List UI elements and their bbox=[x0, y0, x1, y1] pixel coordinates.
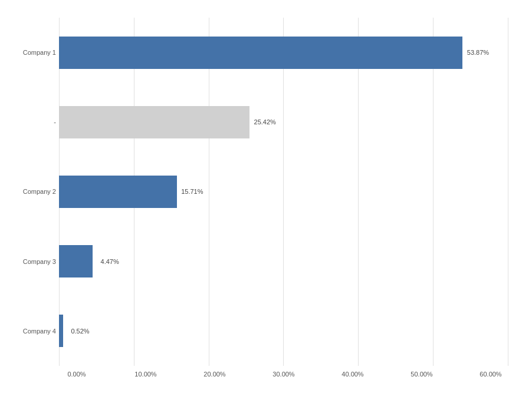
x-axis-label: 30.00% bbox=[266, 371, 301, 378]
bar-label: Company 2 bbox=[3, 188, 56, 195]
chart-container: Company 153.87%-25.42%Company 215.71%Com… bbox=[0, 0, 532, 413]
bar-wrapper: 15.71% bbox=[59, 176, 508, 208]
bar-wrapper: 25.42% bbox=[59, 106, 508, 138]
bar-1: 25.42% bbox=[59, 106, 249, 138]
x-axis-label: 20.00% bbox=[197, 371, 232, 378]
bar-label: Company 3 bbox=[3, 258, 56, 265]
bar-row: -25.42% bbox=[59, 95, 508, 148]
bar-3: 4.47% bbox=[59, 245, 93, 277]
x-axis-label: 50.00% bbox=[404, 371, 439, 378]
bar-row: Company 153.87% bbox=[59, 26, 508, 79]
bar-wrapper: 53.87% bbox=[59, 37, 508, 69]
bar-value-label: 15.71% bbox=[181, 188, 203, 195]
chart-area: Company 153.87%-25.42%Company 215.71%Com… bbox=[59, 18, 508, 366]
bar-row: Company 215.71% bbox=[59, 165, 508, 218]
bar-value-label: 0.52% bbox=[71, 328, 89, 335]
bar-wrapper: 4.47% bbox=[59, 245, 508, 277]
x-axis-label: 0.00% bbox=[59, 371, 94, 378]
x-axis-label: 10.00% bbox=[128, 371, 163, 378]
bar-value-label: 53.87% bbox=[467, 49, 489, 56]
x-axis-label: 40.00% bbox=[335, 371, 370, 378]
bar-4: 0.52% bbox=[59, 315, 63, 347]
bar-value-label: 4.47% bbox=[101, 258, 119, 265]
bar-label: Company 4 bbox=[3, 328, 56, 335]
bar-wrapper: 0.52% bbox=[59, 315, 508, 347]
bar-label: - bbox=[3, 118, 56, 125]
bar-label: Company 1 bbox=[3, 49, 56, 56]
bar-row: Company 40.52% bbox=[59, 305, 508, 358]
bar-row: Company 34.47% bbox=[59, 235, 508, 288]
x-axis-label: 60.00% bbox=[473, 371, 508, 378]
x-axis: 0.00%10.00%20.00%30.00%40.00%50.00%60.00… bbox=[59, 371, 508, 378]
bar-value-label: 25.42% bbox=[254, 118, 276, 125]
bar-2: 15.71% bbox=[59, 176, 177, 208]
bar-0: 53.87% bbox=[59, 37, 462, 69]
